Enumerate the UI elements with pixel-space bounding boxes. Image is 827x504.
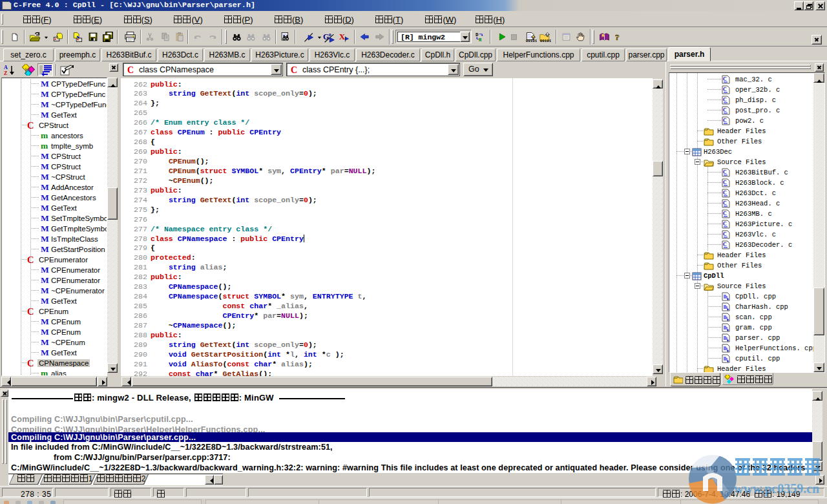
svg-text:M: M bbox=[41, 162, 49, 171]
svg-text:C: C bbox=[723, 180, 727, 185]
svg-text:C: C bbox=[723, 97, 727, 103]
svg-text:?: ? bbox=[615, 32, 620, 41]
svg-text:M: M bbox=[41, 275, 49, 285]
svg-text:R: R bbox=[479, 37, 482, 42]
svg-text:C: C bbox=[723, 242, 727, 247]
svg-text:M: M bbox=[41, 89, 49, 99]
svg-text:C: C bbox=[723, 231, 727, 237]
svg-text:M: M bbox=[41, 348, 49, 357]
svg-text:Z: Z bbox=[4, 70, 7, 76]
svg-text:00101: 00101 bbox=[540, 39, 551, 43]
svg-text:C: C bbox=[723, 76, 727, 82]
svg-text:M: M bbox=[41, 182, 49, 192]
svg-text:C: C bbox=[723, 211, 727, 216]
svg-text:M: M bbox=[41, 296, 49, 306]
svg-text:M: M bbox=[41, 79, 49, 89]
svg-text:C: C bbox=[27, 120, 34, 130]
svg-text:C: C bbox=[723, 200, 727, 206]
svg-text:C: C bbox=[127, 65, 134, 75]
svg-text:00101: 00101 bbox=[526, 39, 537, 43]
svg-text:M: M bbox=[41, 234, 49, 244]
svg-text:D: D bbox=[476, 32, 479, 37]
svg-text:M: M bbox=[41, 337, 49, 347]
svg-text:C: C bbox=[291, 65, 297, 75]
svg-text:M: M bbox=[41, 327, 49, 337]
svg-text:C: C bbox=[723, 169, 727, 175]
svg-text:C: C bbox=[723, 107, 727, 113]
svg-text:A: A bbox=[4, 65, 8, 70]
svg-text:X: X bbox=[339, 32, 346, 41]
svg-text:M: M bbox=[41, 286, 49, 295]
svg-text:M: M bbox=[41, 203, 49, 213]
svg-text:C: C bbox=[27, 358, 34, 368]
svg-text:m: m bbox=[41, 131, 48, 140]
svg-text:M: M bbox=[41, 224, 49, 233]
svg-text:C: C bbox=[723, 87, 727, 92]
svg-text:m: m bbox=[41, 368, 48, 376]
svg-text:C: C bbox=[723, 221, 727, 227]
svg-text:C: C bbox=[27, 306, 34, 316]
svg-text:C: C bbox=[723, 118, 727, 123]
svg-text:M: M bbox=[41, 193, 49, 202]
svg-text:m: m bbox=[41, 141, 48, 151]
svg-text:C: C bbox=[27, 255, 34, 264]
svg-text:M: M bbox=[41, 110, 49, 120]
svg-text:M: M bbox=[41, 151, 49, 161]
svg-text:M: M bbox=[41, 172, 49, 182]
svg-text:M: M bbox=[41, 244, 49, 254]
svg-text:M: M bbox=[41, 100, 49, 109]
svg-text:M: M bbox=[41, 317, 49, 326]
svg-text:M: M bbox=[41, 265, 49, 275]
svg-text:M: M bbox=[41, 213, 49, 223]
svg-text:C: C bbox=[723, 190, 727, 196]
